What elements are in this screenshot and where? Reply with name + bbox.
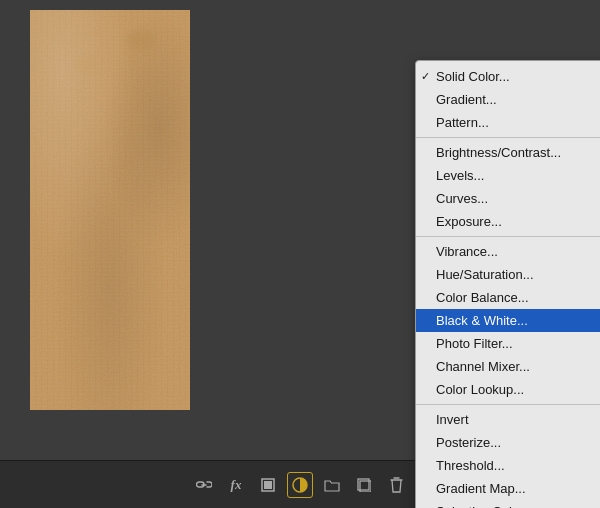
svg-rect-1 [264,481,272,489]
menu-item-label: Black & White... [436,313,528,328]
menu-divider [416,137,600,138]
menu-item-exposure[interactable]: Exposure... [416,210,600,233]
menu-item-label: Gradient Map... [436,481,526,496]
texture-mark-2 [78,58,98,73]
menu-item-label: Exposure... [436,214,502,229]
menu-item-selective-color[interactable]: Selective Color... [416,500,600,508]
menu-item-photo-filter[interactable]: Photo Filter... [416,332,600,355]
menu-item-label: Threshold... [436,458,505,473]
menu-item-label: Hue/Saturation... [436,267,534,282]
folder-icon[interactable] [319,472,345,498]
menu-item-label: Solid Color... [436,69,510,84]
menu-item-label: Vibrance... [436,244,498,259]
menu-item-black-white[interactable]: Black & White... [416,309,600,332]
menu-item-posterize[interactable]: Posterize... [416,431,600,454]
menu-item-label: Curves... [436,191,488,206]
menu-item-curves[interactable]: Curves... [416,187,600,210]
menu-item-label: Levels... [436,168,484,183]
menu-item-gradient[interactable]: Gradient... [416,88,600,111]
menu-item-label: Brightness/Contrast... [436,145,561,160]
document-canvas [30,10,190,410]
menu-item-label: Pattern... [436,115,489,130]
menu-divider [416,404,600,405]
menu-item-label: Posterize... [436,435,501,450]
menu-item-pattern[interactable]: Pattern... [416,111,600,134]
menu-item-label: Color Balance... [436,290,529,305]
menu-item-threshold[interactable]: Threshold... [416,454,600,477]
effects-icon[interactable]: fx [223,472,249,498]
menu-item-invert[interactable]: Invert [416,408,600,431]
fill-icon[interactable] [255,472,281,498]
menu-item-vibrance[interactable]: Vibrance... [416,240,600,263]
menu-item-label: Gradient... [436,92,497,107]
menu-item-label: Invert [436,412,469,427]
menu-item-gradient-map[interactable]: Gradient Map... [416,477,600,500]
menu-item-channel-mixer[interactable]: Channel Mixer... [416,355,600,378]
texture-mark-1 [126,30,156,50]
canvas-texture [30,10,190,410]
checkmark-icon: ✓ [421,70,430,83]
menu-item-label: Selective Color... [436,504,534,508]
adjustment-layer-dropdown: ✓Solid Color...Gradient...Pattern...Brig… [415,60,600,508]
menu-divider [416,236,600,237]
link-icon[interactable] [191,472,217,498]
new-layer-icon[interactable] [351,472,377,498]
delete-icon[interactable] [383,472,409,498]
menu-item-color-balance[interactable]: Color Balance... [416,286,600,309]
menu-item-brightness-contrast[interactable]: Brightness/Contrast... [416,141,600,164]
menu-item-levels[interactable]: Levels... [416,164,600,187]
menu-item-label: Color Lookup... [436,382,524,397]
menu-item-color-lookup[interactable]: Color Lookup... [416,378,600,401]
menu-item-label: Photo Filter... [436,336,513,351]
menu-item-label: Channel Mixer... [436,359,530,374]
adjustment-layer-icon[interactable] [287,472,313,498]
menu-item-solid-color[interactable]: ✓Solid Color... [416,65,600,88]
menu-item-hue-saturation[interactable]: Hue/Saturation... [416,263,600,286]
